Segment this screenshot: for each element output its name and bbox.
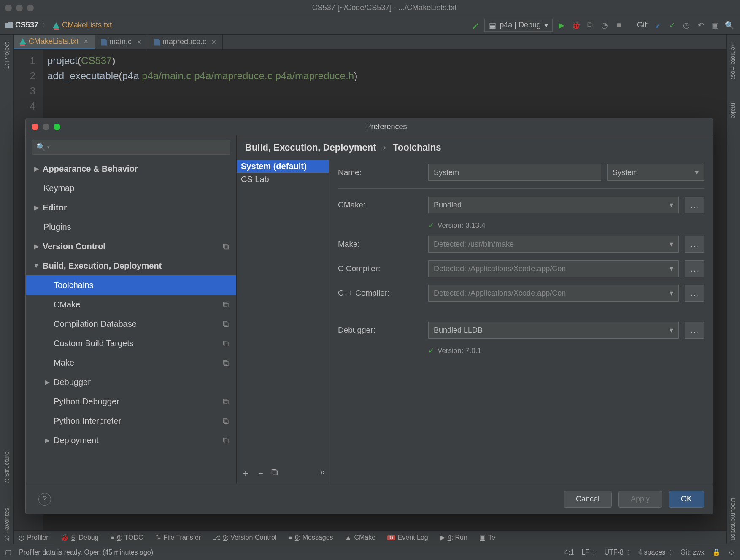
project-tool-tab[interactable]: 1: Project bbox=[2, 39, 11, 72]
profiler-tool[interactable]: ◷Profiler bbox=[19, 533, 49, 541]
tree-keymap[interactable]: Keymap bbox=[26, 178, 236, 198]
window-title: CS537 [~/Code/CS537] - .../CMakeLists.tx… bbox=[34, 3, 735, 12]
stop-icon[interactable]: ■ bbox=[613, 20, 624, 31]
favorites-tool-tab[interactable]: 2: Favorites bbox=[2, 504, 11, 544]
breadcrumb-file[interactable]: CMakeLists.txt bbox=[53, 21, 112, 30]
tree-editor[interactable]: ▶Editor bbox=[26, 198, 236, 217]
tool-window-bar: ◷Profiler 🐞5: Debug ≡6: TODO ⇅File Trans… bbox=[14, 530, 726, 544]
close-window-icon[interactable] bbox=[5, 5, 12, 11]
browse-button[interactable]: … bbox=[685, 260, 704, 277]
name-field[interactable] bbox=[428, 164, 601, 181]
cancel-button[interactable]: Cancel bbox=[564, 491, 612, 508]
dialog-close-icon[interactable] bbox=[32, 124, 38, 130]
breadcrumb-separator: 〉 bbox=[42, 20, 49, 30]
tree-bed[interactable]: ▼Build, Execution, Deployment bbox=[26, 256, 236, 275]
settings-search-input[interactable]: 🔍 ▾ bbox=[32, 140, 230, 155]
run-icon[interactable]: ▶ bbox=[556, 20, 567, 31]
disclosure-right-icon: ▶ bbox=[32, 243, 40, 250]
help-button[interactable]: ? bbox=[38, 493, 51, 506]
tree-compdb[interactable]: Compilation Database⧉ bbox=[26, 314, 236, 334]
tree-make[interactable]: Make⧉ bbox=[26, 353, 236, 372]
disclosure-right-icon: ▶ bbox=[32, 204, 40, 211]
tool-toggle-icon[interactable]: ▢ bbox=[5, 548, 11, 556]
coverage-icon[interactable]: ◔ bbox=[599, 20, 610, 31]
ok-button[interactable]: OK bbox=[669, 491, 704, 508]
expand-icon[interactable]: » bbox=[320, 467, 325, 479]
tree-vcs[interactable]: ▶Version Control⧉ bbox=[26, 237, 236, 256]
minimize-window-icon[interactable] bbox=[16, 5, 23, 11]
tab-mapreduce-c[interactable]: mapreduce.c ✕ bbox=[148, 35, 223, 49]
close-tab-icon[interactable]: ✕ bbox=[137, 39, 142, 46]
git-update-icon[interactable]: ↙ bbox=[652, 20, 663, 31]
indent-setting[interactable]: 4 spaces ≑ bbox=[638, 548, 673, 556]
tree-plugins[interactable]: Plugins bbox=[26, 217, 236, 237]
zoom-window-icon[interactable] bbox=[27, 5, 34, 11]
git-commit-icon[interactable]: ✓ bbox=[667, 20, 678, 31]
hammer-build-icon[interactable] bbox=[470, 20, 481, 31]
notification-badge: 9+ bbox=[387, 535, 395, 540]
cmake-tool[interactable]: ▲CMake bbox=[345, 534, 376, 541]
browse-button[interactable]: … bbox=[685, 285, 704, 302]
toolchain-type-select[interactable]: System▾ bbox=[607, 164, 704, 181]
debug-bug-icon[interactable]: 🐞 bbox=[570, 20, 581, 31]
make-tab[interactable]: make bbox=[729, 100, 738, 122]
git-revert-icon[interactable]: ↶ bbox=[695, 20, 706, 31]
structure-tool-tab[interactable]: 7: Structure bbox=[2, 448, 11, 487]
lock-icon[interactable]: 🔒 bbox=[712, 548, 721, 556]
ide-layout-icon[interactable]: ▣ bbox=[710, 20, 721, 31]
line-ending[interactable]: LF ≑ bbox=[581, 548, 597, 556]
add-icon[interactable]: ＋ bbox=[241, 467, 250, 479]
tab-main-c[interactable]: main.c ✕ bbox=[95, 35, 148, 49]
project-scope-icon: ⧉ bbox=[223, 300, 231, 310]
debug-tool[interactable]: 🐞5: Debug bbox=[60, 533, 99, 541]
cursor-position[interactable]: 4:1 bbox=[564, 549, 574, 556]
browse-button[interactable]: … bbox=[685, 236, 704, 253]
event-log-tool[interactable]: 9+Event Log bbox=[387, 534, 428, 541]
transfer-icon: ⇅ bbox=[155, 533, 161, 541]
toolchain-item-system[interactable]: System (default) bbox=[237, 160, 329, 173]
documentation-tab[interactable]: Documentation bbox=[729, 495, 738, 544]
profile-icon[interactable]: ⧉ bbox=[585, 20, 596, 31]
copy-icon[interactable]: ⧉ bbox=[271, 467, 278, 479]
apply-button[interactable]: Apply bbox=[618, 491, 662, 508]
tree-appearance[interactable]: ▶Appearance & Behavior bbox=[26, 159, 236, 178]
browse-button[interactable]: … bbox=[685, 197, 704, 213]
remote-host-tab[interactable]: Remote Host bbox=[729, 39, 738, 83]
tree-pydbg[interactable]: Python Debugger⧉ bbox=[26, 392, 236, 411]
git-history-icon[interactable]: ◷ bbox=[681, 20, 692, 31]
terminal-icon: ▣ bbox=[479, 533, 486, 541]
terminal-tool[interactable]: ▣Te bbox=[479, 533, 495, 541]
remove-icon[interactable]: － bbox=[256, 467, 265, 479]
run-config-label: p4a | Debug bbox=[500, 21, 541, 30]
tree-pyint[interactable]: Python Interpreter⧉ bbox=[26, 411, 236, 431]
toolchain-item-cslab[interactable]: CS Lab bbox=[237, 173, 329, 186]
run-tool[interactable]: ▶4: Run bbox=[440, 533, 467, 541]
tree-cbt[interactable]: Custom Build Targets⧉ bbox=[26, 334, 236, 353]
crumb-parent[interactable]: Build, Execution, Deployment bbox=[245, 142, 376, 153]
file-encoding[interactable]: UTF-8 ≑ bbox=[604, 548, 631, 556]
run-config-selector[interactable]: ▤ p4a | Debug ▾ bbox=[484, 19, 553, 32]
close-tab-icon[interactable]: ✕ bbox=[84, 38, 89, 45]
breadcrumb-project[interactable]: CS537 bbox=[5, 21, 38, 30]
tree-toolchains[interactable]: Toolchains bbox=[26, 275, 236, 295]
messages-tool[interactable]: ≡0: Messages bbox=[289, 534, 333, 541]
hector-icon[interactable]: ☺ bbox=[728, 549, 735, 556]
todo-tool[interactable]: ≡6: TODO bbox=[111, 534, 144, 541]
status-message[interactable]: Profiler data is ready. Open (45 minutes… bbox=[19, 549, 153, 556]
tab-cmakelists[interactable]: CMakeLists.txt ✕ bbox=[14, 35, 95, 49]
close-tab-icon[interactable]: ✕ bbox=[211, 39, 216, 46]
dialog-zoom-icon[interactable] bbox=[54, 124, 60, 130]
tree-cmake[interactable]: CMake⧉ bbox=[26, 295, 236, 314]
git-branch[interactable]: Git: zwx bbox=[681, 549, 705, 556]
vcs-tool[interactable]: ⎇9: Version Control bbox=[213, 533, 276, 541]
tree-debugger[interactable]: ▶Debugger bbox=[26, 372, 236, 392]
tree-deploy[interactable]: ▶Deployment⧉ bbox=[26, 431, 236, 450]
cxx-select[interactable]: Detected: /Applications/Xcode.app/Con▾ bbox=[428, 285, 679, 302]
cc-select[interactable]: Detected: /Applications/Xcode.app/Con▾ bbox=[428, 260, 679, 277]
make-select[interactable]: Detected: /usr/bin/make▾ bbox=[428, 236, 679, 253]
dbg-select[interactable]: Bundled LLDB▾ bbox=[428, 322, 679, 339]
search-everywhere-icon[interactable]: 🔍 bbox=[724, 20, 735, 31]
browse-button[interactable]: … bbox=[685, 322, 704, 339]
file-transfer-tool[interactable]: ⇅File Transfer bbox=[155, 533, 201, 541]
cmake-select[interactable]: Bundled▾ bbox=[428, 197, 679, 213]
